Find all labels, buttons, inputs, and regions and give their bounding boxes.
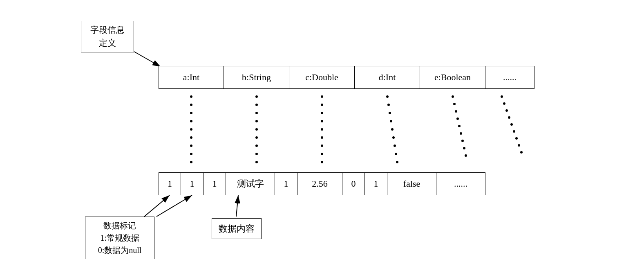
svg-point-31: [389, 112, 391, 114]
data-cell-mark4: 0: [342, 172, 365, 195]
svg-point-41: [456, 117, 459, 120]
svg-point-32: [390, 120, 392, 122]
svg-point-38: [452, 95, 454, 98]
svg-point-28: [321, 161, 323, 163]
data-c-value: 2.56: [312, 178, 328, 189]
schema-c-label: c:Double: [305, 72, 338, 83]
svg-point-7: [190, 136, 192, 139]
svg-line-56: [144, 195, 170, 217]
svg-point-44: [461, 140, 464, 142]
data-content-text: 数据内容: [219, 224, 255, 234]
schema-cell-e: e:Boolean: [420, 66, 485, 89]
schema-cell-b: b:String: [224, 66, 289, 89]
svg-point-9: [190, 153, 192, 155]
data-d-value: 1: [374, 178, 378, 189]
data-mark3-value: 1: [284, 178, 288, 189]
svg-point-6: [190, 128, 192, 131]
schema-row: a:Int b:String c:Double d:Int e:Boolean …: [159, 66, 567, 89]
svg-point-34: [392, 136, 395, 139]
svg-point-50: [508, 116, 510, 119]
svg-point-18: [255, 153, 258, 155]
data-mark4-value: 0: [351, 178, 356, 189]
svg-point-43: [460, 132, 462, 135]
svg-point-5: [190, 120, 192, 122]
schema-cell-a: a:Int: [159, 66, 224, 89]
schema-cell-c: c:Double: [289, 66, 355, 89]
svg-line-57: [157, 195, 192, 217]
svg-point-12: [255, 104, 258, 106]
data-cell-e-val: false: [387, 172, 436, 195]
svg-point-16: [255, 136, 258, 139]
svg-point-51: [510, 123, 513, 126]
data-ellipsis-value: ......: [454, 178, 467, 189]
data-mark-text: 数据标记1:常规数据0:数据为null: [98, 221, 142, 255]
schema-cell-d: d:Int: [355, 66, 420, 89]
svg-point-26: [321, 145, 323, 147]
svg-point-47: [501, 95, 503, 98]
schema-b-label: b:String: [242, 72, 271, 83]
svg-point-45: [463, 147, 465, 149]
svg-line-58: [236, 195, 238, 217]
svg-point-17: [255, 145, 258, 147]
svg-point-49: [505, 109, 508, 112]
svg-point-54: [518, 144, 520, 147]
svg-point-19: [255, 161, 258, 163]
svg-point-10: [190, 161, 192, 163]
data-cell-mark2: 1: [203, 172, 226, 195]
data-mark1-value: 1: [168, 178, 172, 189]
svg-point-29: [386, 95, 389, 98]
svg-point-8: [190, 145, 192, 147]
svg-point-36: [395, 153, 397, 155]
svg-point-13: [255, 112, 258, 114]
svg-point-35: [394, 145, 396, 147]
svg-point-4: [190, 112, 192, 114]
svg-point-40: [455, 110, 457, 113]
schema-d-label: d:Int: [379, 72, 396, 83]
svg-point-15: [255, 128, 258, 131]
data-a-value: 1: [190, 178, 195, 189]
diagram-inner: 字段信息定义: [77, 17, 567, 254]
schema-cell-ellipsis: ......: [485, 66, 534, 89]
data-cell-mark1: 1: [159, 172, 181, 195]
data-row: 1 1 1 测试字 1 2.56 0: [159, 172, 567, 195]
svg-point-24: [321, 128, 323, 131]
data-cell-mark3: 1: [275, 172, 297, 195]
svg-point-39: [453, 103, 456, 105]
data-cell-ellipsis: ......: [436, 172, 485, 195]
svg-point-2: [190, 95, 192, 98]
svg-point-53: [515, 137, 518, 140]
svg-point-48: [503, 102, 505, 105]
data-mark-label: 数据标记1:常规数据0:数据为null: [85, 217, 154, 259]
svg-point-21: [321, 104, 323, 106]
data-mark2-value: 1: [212, 178, 217, 189]
schema-a-label: a:Int: [183, 72, 199, 83]
svg-line-1: [134, 52, 161, 67]
svg-point-14: [255, 120, 258, 122]
svg-point-25: [321, 136, 323, 139]
data-cell-d-val: 1: [365, 172, 387, 195]
schema-ellipsis-label: ......: [503, 72, 517, 83]
field-definition-label: 字段信息定义: [81, 21, 134, 52]
svg-point-27: [321, 153, 323, 155]
svg-point-20: [321, 95, 323, 98]
data-cell-a-val: 1: [181, 172, 203, 195]
svg-point-30: [387, 104, 390, 106]
svg-point-37: [396, 161, 398, 163]
schema-e-label: e:Boolean: [434, 72, 471, 83]
svg-point-23: [321, 120, 323, 122]
svg-point-52: [513, 130, 515, 133]
data-b-value: 测试字: [237, 178, 264, 190]
svg-point-22: [321, 112, 323, 114]
diagram-container: 字段信息定义: [0, 0, 644, 271]
data-cell-c-val: 2.56: [297, 172, 342, 195]
data-e-value: false: [403, 178, 420, 189]
field-def-text: 字段信息定义: [90, 25, 125, 48]
svg-point-33: [391, 128, 394, 131]
svg-point-11: [255, 95, 258, 98]
svg-point-3: [190, 104, 192, 106]
svg-point-42: [458, 125, 461, 127]
svg-point-55: [520, 151, 523, 154]
data-content-label: 数据内容: [212, 218, 262, 239]
svg-point-46: [465, 154, 467, 157]
data-cell-b-val: 测试字: [226, 172, 275, 195]
